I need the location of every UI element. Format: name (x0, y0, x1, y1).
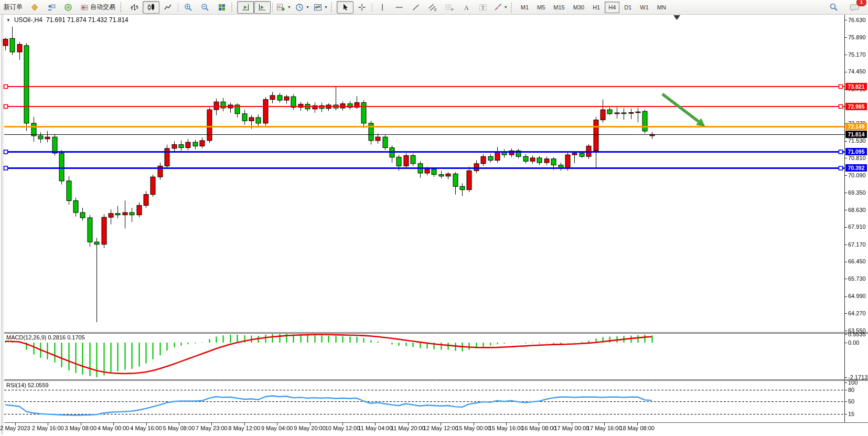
svg-text:A: A (464, 3, 469, 11)
periods-button[interactable]: ▼ (293, 1, 312, 14)
crosshair-button[interactable] (353, 1, 370, 14)
date-axis-label: 8 May 12:00 (229, 425, 261, 431)
toolbar-grip (331, 3, 336, 12)
trendline-button[interactable] (408, 1, 424, 14)
notification-badge: 1 (856, 0, 866, 6)
chart-canvas[interactable] (0, 0, 868, 436)
timeframe-button-h4[interactable]: H4 (605, 2, 619, 13)
date-axis-label: 10 May 12:00 (325, 425, 360, 431)
horizontal-line-icon (395, 3, 403, 12)
chevron-down-icon: ▼ (504, 5, 508, 9)
text-icon: A (462, 3, 470, 12)
horizontal-line-button[interactable] (391, 1, 408, 14)
ohlc-bars-button[interactable] (126, 1, 143, 14)
svg-text:T: T (481, 4, 485, 10)
price-axis-label: 71.530 (848, 137, 867, 144)
trendline-icon (412, 3, 420, 12)
new-chart-button[interactable]: ▼ (274, 1, 293, 14)
price-axis-label: 68.630 (848, 207, 867, 213)
timeframe-button-m15[interactable]: M15 (550, 2, 568, 13)
date-axis-label: 5 May 08:00 (163, 425, 195, 431)
svg-text:E: E (434, 7, 437, 11)
macd-axis-label: 0.00 (848, 339, 867, 346)
chart-shift-button[interactable] (254, 1, 271, 14)
crosshair-icon (358, 3, 366, 12)
chart-menu-arrow-icon[interactable]: ▼ (6, 18, 10, 23)
svg-text:F: F (452, 7, 454, 11)
auto-scroll-button[interactable] (237, 1, 254, 14)
date-axis-label: 4 May 00:00 (98, 425, 130, 431)
timeframe-button-m5[interactable]: M5 (533, 2, 549, 13)
timeframe-button-m30[interactable]: M30 (570, 2, 588, 13)
toolbar-separator (178, 3, 178, 12)
timeframe-button-m1[interactable]: M1 (517, 2, 532, 13)
timeframe-toolbar: M1M5M15M30H1H4D1W1MN (517, 2, 670, 13)
signals-button[interactable] (60, 1, 77, 14)
vertical-line-icon (378, 3, 387, 12)
current-price-tag: 71.814 (845, 131, 867, 138)
chart-symbol-period: USOil-,H4 (14, 16, 42, 24)
price-axis-label: 64.270 (848, 310, 867, 316)
price-axis-label: 74.450 (848, 68, 867, 75)
notifications-button[interactable]: 1 (846, 1, 863, 14)
date-axis-label: 17 May 16:00 (587, 425, 622, 431)
macd-indicator-label: MACD(12,26,9) 0.2816 0.1705 (6, 334, 85, 341)
fibonacci-button[interactable]: F (441, 1, 458, 14)
chart-title-bar: ▼ USOil-,H4 71.691 71.874 71.432 71.814 (6, 16, 128, 24)
date-axis-label: 16 May 08:00 (521, 425, 556, 431)
timeframe-button-mn[interactable]: MN (653, 2, 670, 13)
toolbar-right: 1 (825, 1, 863, 14)
new-order-button[interactable]: 新订单 (0, 1, 26, 14)
text-button[interactable]: A (458, 1, 475, 14)
rsi-axis-label: 50 (848, 398, 867, 405)
fibonacci-icon: F (445, 3, 454, 12)
ohlc-bars-icon (130, 3, 138, 12)
rsi-indicator-label: RSI(14) 52.0559 (6, 382, 49, 388)
metaeditor-icon (30, 3, 39, 12)
chevron-down-icon: ▼ (306, 5, 309, 9)
candlestick-chart-button[interactable] (143, 1, 159, 14)
zoom-out-icon (201, 3, 209, 12)
timeframe-button-h1[interactable]: H1 (589, 2, 604, 13)
price-axis-label: 70.810 (848, 155, 867, 161)
strategy-tester-button[interactable] (43, 1, 60, 14)
cursor-icon (341, 3, 349, 12)
price-axis-label: 70.090 (848, 172, 867, 178)
zoom-in-icon (184, 3, 192, 12)
toolbar-separator (272, 3, 273, 12)
price-axis-label: 66.450 (848, 258, 867, 264)
metaeditor-button[interactable] (26, 1, 43, 14)
zoom-out-button[interactable] (197, 1, 213, 14)
mt4-window: 新订单 自动交易 (0, 0, 868, 436)
templates-button[interactable]: ▼ (312, 1, 330, 14)
timeframe-button-w1[interactable]: W1 (636, 2, 652, 13)
zoom-in-button[interactable] (180, 1, 197, 14)
macd-axis-label: 0.5535 (848, 331, 867, 337)
rsi-axis-label: 15 (848, 411, 867, 417)
price-axis-label: 75.170 (848, 51, 867, 58)
text-label-button[interactable]: T (475, 1, 491, 14)
auto-trading-button[interactable]: 自动交易 (77, 1, 119, 14)
date-axis-label: 4 May 16:00 (130, 425, 162, 431)
tile-windows-button[interactable] (213, 1, 230, 14)
cursor-button[interactable] (337, 1, 353, 14)
date-axis-label: 3 May 08:00 (65, 425, 97, 431)
date-axis-label: 11 May 20:00 (391, 425, 425, 431)
timeframe-button-d1[interactable]: D1 (620, 2, 635, 13)
line-chart-button[interactable] (159, 1, 176, 14)
vertical-line-button[interactable] (374, 1, 391, 14)
signals-icon (64, 3, 72, 12)
arrows-button[interactable]: ▼ (491, 1, 510, 14)
price-axis-label: 64.990 (848, 293, 867, 299)
arrows-icon (494, 3, 502, 12)
search-button[interactable] (825, 1, 842, 14)
price-axis-label: 65.730 (848, 275, 867, 282)
date-axis-label: 12 May 12:00 (423, 425, 458, 431)
toolbar-grip (120, 3, 125, 12)
equidistant-channel-button[interactable]: E (424, 1, 441, 14)
chevron-down-icon: ▼ (324, 5, 328, 9)
chart-ohlc-values: 71.691 71.874 71.432 71.814 (46, 16, 128, 24)
date-axis-label: 2 May 16:00 (32, 425, 64, 431)
date-axis-label: 7 May 23:00 (196, 425, 228, 431)
date-axis-label: 18 May 08:00 (619, 425, 655, 431)
